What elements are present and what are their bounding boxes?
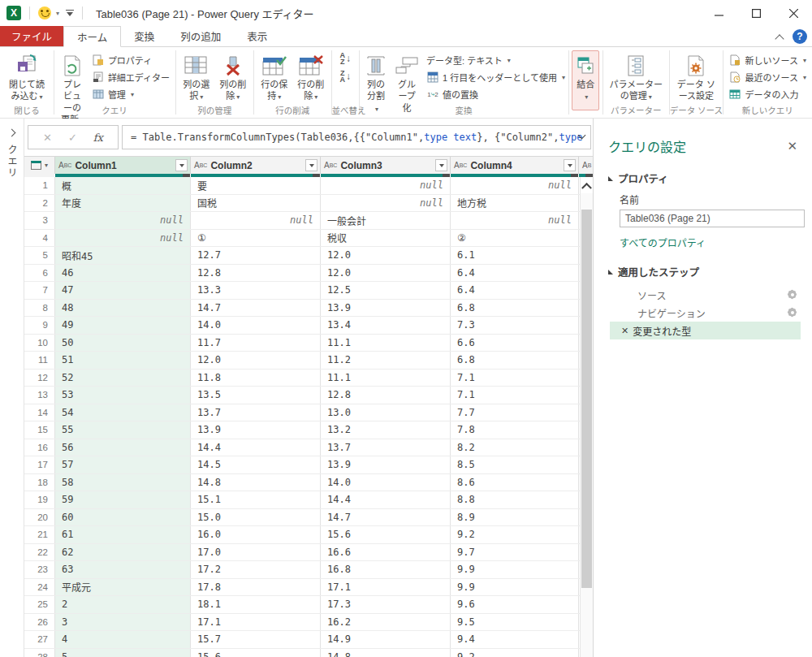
grid-cell[interactable]: ①: [191, 230, 321, 247]
row-number[interactable]: 3: [24, 212, 55, 229]
remove-columns-button[interactable]: 列の削除▾: [215, 50, 250, 105]
all-properties-link[interactable]: すべてのプロパティ: [620, 236, 812, 249]
grid-cell[interactable]: 12.7: [191, 247, 321, 264]
grid-cell[interactable]: ②: [451, 230, 579, 247]
grid-cell[interactable]: null: [55, 230, 191, 247]
grid-cell[interactable]: 6.1: [451, 247, 579, 264]
grid-cell[interactable]: 12.0: [191, 352, 321, 369]
close-settings-icon[interactable]: ✕: [784, 139, 801, 153]
row-number[interactable]: 9: [24, 317, 55, 334]
row-number[interactable]: 5: [24, 247, 55, 264]
remove-rows-button[interactable]: 行の削除▾: [293, 50, 328, 105]
grid-cell[interactable]: 14.8: [321, 649, 451, 657]
grid-cell[interactable]: 13.0: [321, 404, 451, 421]
grid-cell[interactable]: 6.4: [451, 282, 579, 299]
grid-cell[interactable]: 昭和45: [55, 247, 191, 264]
grid-cell[interactable]: 11.1: [321, 335, 451, 352]
step-settings-gear-icon[interactable]: [788, 291, 796, 298]
feedback-smiley-icon[interactable]: [38, 6, 51, 19]
grid-cell[interactable]: 15.0: [191, 509, 321, 526]
grid-cell[interactable]: 16.0: [191, 526, 321, 543]
data-source-settings-button[interactable]: データ ソース設定: [672, 50, 719, 105]
grid-cell[interactable]: 62: [55, 544, 191, 561]
grid-cell[interactable]: 16.8: [321, 561, 451, 578]
grid-cell[interactable]: 国税: [191, 195, 321, 212]
formula-input[interactable]: = Table.TransformColumnTypes(Table036,{{…: [122, 125, 591, 149]
row-number[interactable]: 19: [24, 491, 55, 508]
collapse-ribbon-icon[interactable]: [776, 34, 784, 39]
grid-cell[interactable]: 11.8: [191, 370, 321, 387]
grid-cell[interactable]: 8.2: [451, 439, 579, 456]
grid-cell[interactable]: 14.4: [191, 439, 321, 456]
grid-cell[interactable]: 59: [55, 491, 191, 508]
grid-cell[interactable]: 8.6: [451, 474, 579, 491]
grid-cell[interactable]: 2: [55, 596, 191, 613]
grid-cell[interactable]: 17.1: [321, 579, 451, 596]
keep-rows-button[interactable]: 行の保持▾: [257, 50, 292, 105]
grid-cell[interactable]: 14.0: [321, 474, 451, 491]
row-number[interactable]: 7: [24, 282, 55, 299]
grid-cell[interactable]: 58: [55, 474, 191, 491]
grid-cell[interactable]: 49: [55, 317, 191, 334]
applied-step-ソース[interactable]: ソース: [610, 286, 801, 304]
row-number[interactable]: 4: [24, 230, 55, 247]
query-name-input[interactable]: Table036 (Page 21): [620, 210, 805, 227]
properties-button[interactable]: プロパティ: [89, 53, 172, 67]
queries-pane-label[interactable]: クエリ: [5, 145, 19, 179]
grid-cell[interactable]: 14.8: [191, 474, 321, 491]
grid-cell[interactable]: 9.2: [451, 526, 579, 543]
grid-cell[interactable]: 61: [55, 526, 191, 543]
row-number[interactable]: 23: [24, 561, 55, 578]
row-number[interactable]: 13: [24, 387, 55, 404]
grid-cell[interactable]: 6.8: [451, 300, 579, 317]
grid-cell[interactable]: null: [55, 212, 191, 229]
minimize-button[interactable]: [700, 0, 737, 26]
applied-steps-section-header[interactable]: 適用したステップ: [608, 264, 812, 279]
grid-cell[interactable]: 12.0: [321, 247, 451, 264]
grid-cell[interactable]: 平成元: [55, 579, 191, 596]
applied-step-ナビゲーション[interactable]: ナビゲーション: [610, 304, 801, 322]
recent-sources-button[interactable]: 最近のソース ▾: [726, 70, 808, 84]
grid-cell[interactable]: 一般会計: [321, 212, 451, 229]
grid-cell[interactable]: 4: [55, 631, 191, 648]
sort-ascending-button[interactable]: AZ ↓: [335, 50, 356, 67]
properties-section-header[interactable]: プロパティ: [608, 171, 812, 186]
grid-cell[interactable]: 17.1: [191, 614, 321, 631]
grid-cell[interactable]: 8.5: [451, 456, 579, 473]
grid-cell[interactable]: 8.8: [451, 491, 579, 508]
formula-expand-icon[interactable]: [579, 132, 585, 139]
grid-cell[interactable]: 9.6: [451, 596, 579, 613]
grid-cell[interactable]: 51: [55, 352, 191, 369]
grid-cell[interactable]: 13.9: [321, 300, 451, 317]
grid-cell[interactable]: 3: [55, 614, 191, 631]
row-number[interactable]: 17: [24, 456, 55, 473]
tab-transform[interactable]: 変換: [121, 26, 167, 46]
grid-cell[interactable]: 6.4: [451, 265, 579, 282]
row-number[interactable]: 21: [24, 526, 55, 543]
grid-cell[interactable]: 5: [55, 649, 191, 657]
row-number[interactable]: 22: [24, 544, 55, 561]
replace-values-button[interactable]: 1⤷2 値の置換: [424, 87, 568, 102]
grid-cell[interactable]: 17.0: [191, 544, 321, 561]
enter-data-button[interactable]: データの入力: [726, 87, 808, 102]
row-number[interactable]: 12: [24, 370, 55, 387]
formula-accept-icon[interactable]: ✓: [68, 132, 77, 144]
manage-parameters-button[interactable]: パラメーターの管理▾: [606, 50, 666, 105]
close-and-load-button[interactable]: 閉じて読み込む▾: [3, 50, 50, 105]
grid-cell[interactable]: 税収: [321, 230, 451, 247]
row-number[interactable]: 14: [24, 404, 55, 421]
grid-cell[interactable]: 12.8: [191, 265, 321, 282]
row-number[interactable]: 20: [24, 509, 55, 526]
data-type-button[interactable]: データ型: テキスト ▾: [424, 53, 568, 67]
grid-cell[interactable]: 12.8: [321, 387, 451, 404]
grid-cell[interactable]: 16.2: [321, 614, 451, 631]
grid-cell[interactable]: 6.8: [451, 352, 579, 369]
row-number[interactable]: 24: [24, 579, 55, 596]
grid-cell[interactable]: 60: [55, 509, 191, 526]
row-number[interactable]: 10: [24, 335, 55, 352]
grid-cell[interactable]: 9.2: [451, 649, 579, 657]
grid-cell[interactable]: 17.3: [321, 596, 451, 613]
row-number[interactable]: 18: [24, 474, 55, 491]
grid-cell[interactable]: 9.9: [451, 579, 579, 596]
filter-dropdown-button[interactable]: [175, 159, 188, 171]
